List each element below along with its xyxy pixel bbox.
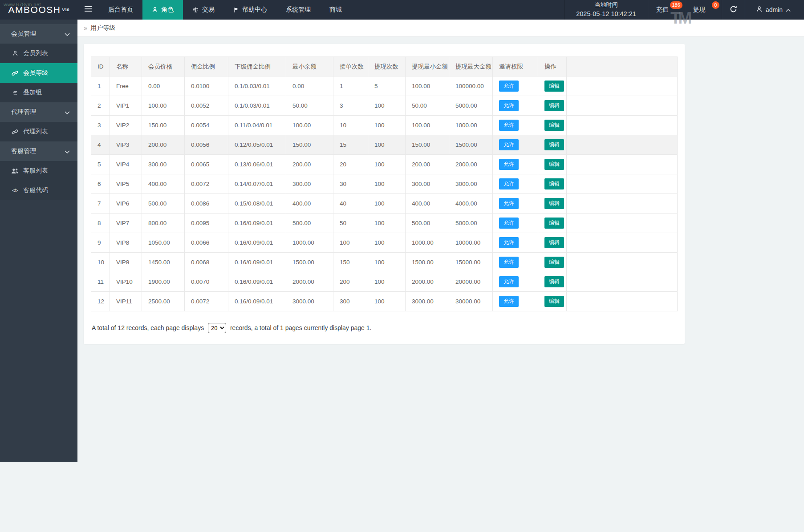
pagination: A total of 12 records, each page display… — [91, 323, 678, 333]
column-header: 最小余额 — [286, 57, 333, 77]
edit-button[interactable]: 编辑 — [544, 296, 564, 307]
edit-button[interactable]: 编辑 — [544, 237, 564, 248]
cell-operation: 编辑 — [538, 174, 567, 194]
allow-button[interactable]: 允许 — [499, 218, 519, 229]
edit-button[interactable]: 编辑 — [544, 257, 564, 268]
allow-button[interactable]: 允许 — [499, 159, 519, 170]
allow-button[interactable]: 允许 — [499, 257, 519, 268]
allow-button[interactable]: 允许 — [499, 120, 519, 131]
allow-button[interactable]: 允许 — [499, 139, 519, 150]
cell-name: VIP2 — [110, 116, 142, 135]
cell-withdraw_max: 20000.00 — [449, 272, 493, 292]
edit-button[interactable]: 编辑 — [544, 198, 564, 209]
cell-sub_commission: 0.13/0.06/0.01 — [228, 155, 286, 174]
allow-button[interactable]: 允许 — [499, 237, 519, 248]
chevron-up-icon — [786, 6, 791, 13]
cell-min_balance: 100.00 — [286, 116, 333, 135]
edit-button[interactable]: 编辑 — [544, 159, 564, 170]
nav-item-system[interactable]: 系统管理 — [276, 0, 320, 20]
cell-min_balance: 500.00 — [286, 214, 333, 233]
cell-commission: 0.0052 — [185, 96, 228, 116]
cell-price: 400.00 — [142, 174, 185, 194]
cell-min_balance: 1000.00 — [286, 233, 333, 253]
withdraw-link[interactable]: 提现 0 — [685, 0, 722, 20]
chevron-down-icon — [65, 148, 70, 155]
flag-icon — [233, 7, 239, 13]
user-icon — [152, 7, 158, 13]
table-row: 10VIP91450.000.00680.16/0.09/0.011500.00… — [91, 253, 678, 272]
cell-min_balance: 50.00 — [286, 96, 333, 116]
edit-button[interactable]: 编辑 — [544, 120, 564, 131]
sidebar-item-service-code[interactable]: </>客服代码 — [0, 181, 77, 200]
cell-order_count: 15 — [333, 135, 368, 155]
cell-price: 500.00 — [142, 194, 185, 214]
sidebar-toggle-button[interactable] — [77, 0, 99, 20]
sidebar-item-member-list[interactable]: 会员列表 — [0, 44, 77, 63]
app-logo-version: V10 — [62, 8, 69, 12]
cell-operation: 编辑 — [538, 272, 567, 292]
cell-price: 100.00 — [142, 96, 185, 116]
cell-commission: 0.0065 — [185, 155, 228, 174]
allow-button[interactable]: 允许 — [499, 100, 519, 111]
nav-item-trade[interactable]: 交易 — [183, 0, 224, 20]
edit-button[interactable]: 编辑 — [544, 139, 564, 150]
cell-withdraw_max: 10000.00 — [449, 233, 493, 253]
cell-name: VIP10 — [110, 272, 142, 292]
sidebar-item-label: 会员列表 — [23, 49, 48, 57]
cell-order_count: 20 — [333, 155, 368, 174]
sidebar-group-agent-management[interactable]: 代理管理 — [0, 102, 77, 122]
cell-commission: 0.0095 — [185, 214, 228, 233]
sidebar-item-overlay-group[interactable]: 叠加组 — [0, 83, 77, 102]
edit-button[interactable]: 编辑 — [544, 218, 564, 229]
cell-commission: 0.0072 — [185, 174, 228, 194]
allow-button[interactable]: 允许 — [499, 296, 519, 307]
edit-button[interactable]: 编辑 — [544, 100, 564, 111]
sidebar-group-service-management[interactable]: 客服管理 — [0, 141, 77, 161]
cell-invite-permission: 允许 — [493, 233, 538, 253]
cell-name: Free — [110, 77, 142, 96]
cell-commission: 0.0068 — [185, 253, 228, 272]
edit-button[interactable]: 编辑 — [544, 276, 564, 287]
cell-sub_commission: 0.16/0.09/0.01 — [228, 233, 286, 253]
allow-button[interactable]: 允许 — [499, 178, 519, 189]
sidebar-item-label: 客服列表 — [23, 167, 48, 175]
cell-withdraw_count: 100 — [368, 135, 406, 155]
cell-name: VIP5 — [110, 174, 142, 194]
cell-order_count: 300 — [333, 292, 368, 311]
column-header: 下级佣金比例 — [228, 57, 286, 77]
nav-item-mall[interactable]: 商城 — [320, 0, 351, 20]
sidebar-item-label: 叠加组 — [23, 89, 42, 97]
cell-withdraw_min: 2000.00 — [406, 272, 449, 292]
edit-button[interactable]: 编辑 — [544, 178, 564, 189]
cell-order_count: 1 — [333, 77, 368, 96]
cell-withdraw_max: 5000.00 — [449, 96, 493, 116]
allow-button[interactable]: 允许 — [499, 198, 519, 209]
column-header: 接单次数 — [333, 57, 368, 77]
cell-name: VIP4 — [110, 155, 142, 174]
nav-item-home[interactable]: 后台首页 — [99, 0, 142, 20]
cell-withdraw_count: 100 — [368, 116, 406, 135]
refresh-button[interactable] — [722, 0, 745, 20]
cell-filler — [567, 116, 678, 135]
nav-item-label: 交易 — [202, 6, 215, 14]
column-header: 提现最大金额 — [449, 57, 493, 77]
edit-button[interactable]: 编辑 — [544, 81, 564, 92]
cell-filler — [567, 233, 678, 253]
cell-id: 10 — [91, 253, 110, 272]
cell-id: 12 — [91, 292, 110, 311]
sidebar-item-service-list[interactable]: 客服列表 — [0, 161, 77, 181]
cell-id: 11 — [91, 272, 110, 292]
allow-button[interactable]: 允许 — [499, 276, 519, 287]
nav-item-roles[interactable]: 角色 — [142, 0, 183, 20]
sidebar-group-member-management[interactable]: 会员管理 — [0, 24, 77, 44]
user-menu[interactable]: admin — [745, 0, 804, 20]
sidebar-item-member-level[interactable]: 会员等级 — [0, 63, 77, 83]
cell-sub_commission: 0.14/0.07/0.01 — [228, 174, 286, 194]
page-size-select[interactable]: 20 — [208, 323, 226, 333]
sidebar-item-agent-list[interactable]: 代理列表 — [0, 122, 77, 141]
main-content: » 用户等级 ID名称会员价格佣金比例下级佣金比例最小余额接单次数提现次数提现最… — [77, 20, 804, 344]
allow-button[interactable]: 允许 — [499, 81, 519, 92]
nav-item-help[interactable]: 帮助中心 — [224, 0, 276, 20]
sidebar-item-label: 会员管理 — [11, 30, 36, 38]
local-time: 当地时间 2025-05-12 10:42:21 — [564, 0, 648, 20]
